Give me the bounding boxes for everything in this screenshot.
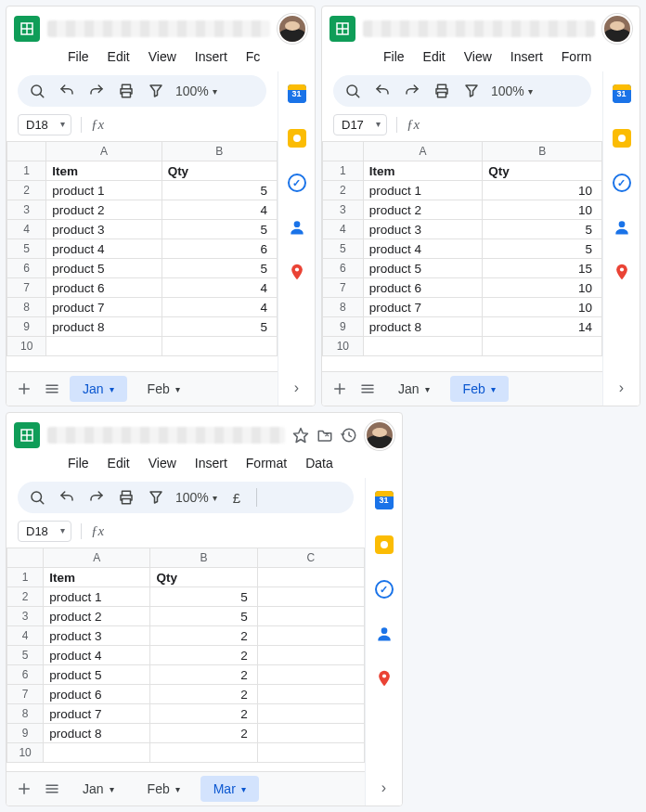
cell[interactable]: product 7 (44, 704, 150, 724)
currency-format-button[interactable]: £ (226, 487, 247, 508)
redo-icon[interactable] (86, 81, 107, 101)
cell[interactable] (257, 743, 364, 763)
redo-icon[interactable] (86, 487, 107, 508)
row-header[interactable]: 1 (7, 161, 46, 181)
sheet-tab-jan[interactable]: Jan▾ (70, 376, 127, 402)
row-header[interactable]: 4 (323, 220, 364, 239)
row-header[interactable]: 5 (323, 239, 364, 259)
cell[interactable] (257, 665, 364, 685)
add-sheet-button[interactable] (329, 379, 350, 399)
cell[interactable] (257, 626, 364, 646)
cell[interactable] (363, 337, 483, 356)
cell[interactable] (257, 587, 364, 607)
cell[interactable]: 15 (483, 259, 602, 278)
cell[interactable]: product 3 (363, 220, 483, 239)
cell[interactable]: product 2 (44, 607, 150, 626)
search-icon[interactable] (27, 81, 47, 101)
maps-icon[interactable] (613, 263, 631, 281)
row-header[interactable]: 2 (7, 587, 44, 607)
cell[interactable]: product 8 (46, 317, 162, 337)
cell[interactable]: product 7 (46, 298, 162, 317)
cell[interactable]: 2 (150, 626, 257, 646)
row-header[interactable]: 9 (7, 724, 44, 743)
select-all-corner[interactable] (7, 142, 46, 161)
cell[interactable]: 5 (162, 181, 277, 200)
select-all-corner[interactable] (323, 142, 364, 161)
cell[interactable]: 5 (162, 220, 277, 239)
name-box[interactable]: D18 (18, 114, 71, 135)
avatar[interactable] (365, 420, 394, 450)
keep-icon[interactable] (613, 129, 631, 148)
document-title[interactable] (47, 20, 270, 37)
name-box[interactable]: D18 (18, 521, 71, 542)
cell[interactable]: 10 (483, 200, 602, 220)
row-header[interactable]: 6 (7, 259, 46, 278)
contacts-icon[interactable] (288, 218, 306, 237)
cell[interactable] (44, 743, 150, 763)
sheet-tab-feb[interactable]: Feb▾ (450, 376, 509, 402)
contacts-icon[interactable] (375, 625, 394, 643)
col-header-b[interactable]: B (483, 142, 602, 161)
menu-insert[interactable]: Insert (187, 452, 235, 474)
chevron-down-icon[interactable]: ▾ (425, 384, 430, 394)
cell[interactable]: 6 (162, 239, 277, 259)
col-header-a[interactable]: A (44, 548, 150, 568)
row-header[interactable]: 10 (323, 337, 364, 356)
cell[interactable]: product 1 (363, 181, 483, 200)
row-header[interactable]: 8 (7, 298, 46, 317)
cell[interactable]: product 4 (363, 239, 483, 259)
cell[interactable]: product 4 (44, 646, 150, 665)
cell[interactable]: 10 (483, 181, 602, 200)
row-header[interactable]: 3 (323, 200, 364, 220)
row-header[interactable]: 2 (323, 181, 364, 200)
document-title[interactable] (363, 20, 595, 37)
cell[interactable] (257, 646, 364, 665)
cell[interactable]: Item (363, 161, 483, 181)
avatar[interactable] (278, 14, 307, 44)
menu-insert[interactable]: Insert (503, 45, 550, 68)
chevron-down-icon[interactable]: ▾ (110, 384, 114, 394)
cell[interactable]: product 3 (44, 626, 150, 646)
cell[interactable]: product 4 (46, 239, 162, 259)
sheet-tab-feb[interactable]: Feb▾ (135, 376, 193, 402)
menu-data[interactable]: Data (298, 452, 341, 474)
cell[interactable]: Qty (483, 161, 602, 181)
cell[interactable]: product 7 (363, 298, 483, 317)
menu-file[interactable]: File (376, 45, 412, 68)
sheet-tab-jan[interactable]: Jan▾ (70, 776, 127, 802)
print-icon[interactable] (116, 487, 136, 508)
avatar[interactable] (602, 14, 632, 44)
side-panel-collapse-icon[interactable]: › (603, 380, 640, 396)
sheet-tab-feb[interactable]: Feb▾ (135, 776, 193, 802)
col-header-a[interactable]: A (363, 142, 483, 161)
menu-edit[interactable]: Edit (100, 45, 137, 68)
print-icon[interactable] (116, 81, 136, 101)
undo-icon[interactable] (57, 487, 77, 508)
cell[interactable]: 2 (150, 704, 257, 724)
cells-grid[interactable]: A B1 Item Qty 2 product 1 10 3 product 2… (322, 141, 602, 371)
menu-view[interactable]: View (141, 45, 184, 68)
cell[interactable] (257, 568, 364, 587)
cell[interactable]: product 8 (44, 724, 150, 743)
row-header[interactable]: 6 (7, 665, 44, 685)
cell[interactable]: Item (46, 161, 162, 181)
cell[interactable]: 2 (150, 685, 257, 704)
cell[interactable]: 5 (162, 317, 277, 337)
cell[interactable]: 5 (483, 220, 602, 239)
cell[interactable]: 10 (483, 298, 602, 317)
side-panel-collapse-icon[interactable]: › (366, 780, 402, 796)
cell[interactable]: product 1 (44, 587, 150, 607)
row-header[interactable]: 3 (7, 607, 44, 626)
col-header-b[interactable]: B (162, 142, 277, 161)
row-header[interactable]: 9 (323, 317, 364, 337)
sheets-logo-icon[interactable] (14, 16, 40, 42)
cells-grid[interactable]: A BC1 Item Qty 2 product 1 5 3 product 2… (6, 548, 365, 771)
zoom-select[interactable]: 100%▾ (175, 490, 217, 505)
cloud-status-icon[interactable] (341, 427, 357, 444)
row-header[interactable]: 8 (323, 298, 364, 317)
tasks-icon[interactable] (613, 174, 631, 192)
row-header[interactable]: 7 (7, 278, 46, 298)
star-icon[interactable] (292, 427, 309, 444)
paint-format-icon[interactable] (146, 81, 166, 101)
all-sheets-button[interactable] (42, 779, 62, 799)
